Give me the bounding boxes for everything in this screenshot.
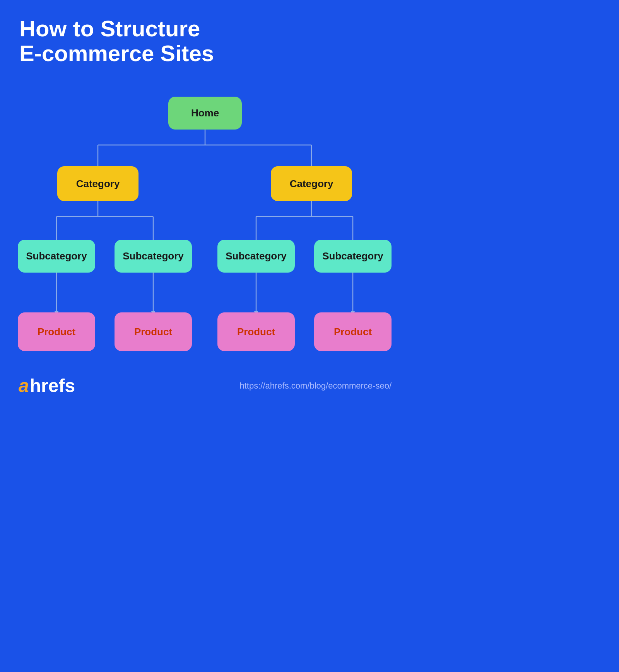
product-4-node: Product	[314, 312, 392, 351]
footer-url: https://ahrefs.com/blog/ecommerce-seo/	[240, 381, 392, 391]
subcategory-4-node: Subcategory	[314, 240, 392, 273]
home-node: Home	[168, 97, 242, 130]
ahrefs-logo-text: hrefs	[30, 377, 75, 395]
subcategory-1-node: Subcategory	[18, 240, 95, 273]
product-1-node: Product	[18, 312, 95, 351]
product-2-node: Product	[115, 312, 192, 351]
subcategory-2-node: Subcategory	[115, 240, 192, 273]
category-left-node: Category	[57, 166, 139, 201]
diagram: Home Category Category Subcategory Subca…	[0, 89, 410, 367]
ahrefs-logo-a: a	[19, 377, 29, 395]
ahrefs-logo: a hrefs	[19, 377, 75, 395]
category-right-node: Category	[271, 166, 352, 201]
footer: a hrefs https://ahrefs.com/blog/ecommerc…	[0, 377, 410, 395]
main-title: How to Structure E-commerce Sites	[19, 16, 251, 66]
subcategory-3-node: Subcategory	[217, 240, 295, 273]
product-3-node: Product	[217, 312, 295, 351]
